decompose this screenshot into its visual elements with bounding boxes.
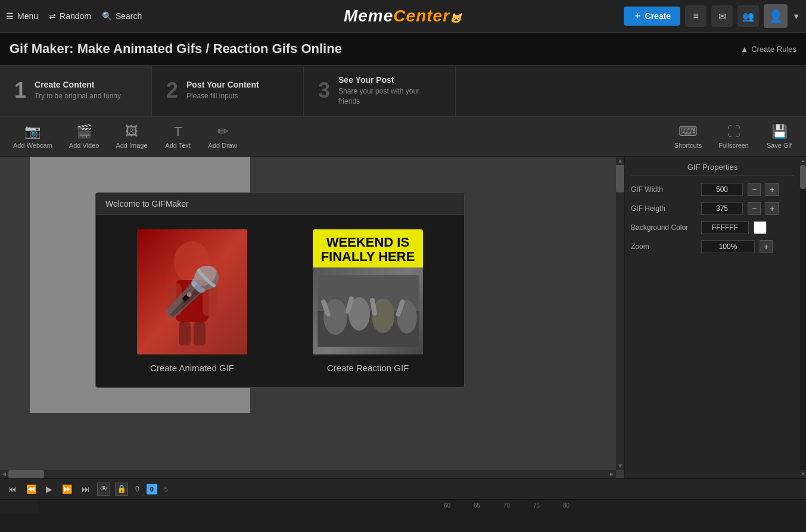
zoom-row: Zoom + <box>631 240 794 253</box>
step-3-info: See Your Post Share your post with your … <box>338 75 441 107</box>
create-reaction-gif-option[interactable]: WEEKEND IS FINALLY HERE <box>286 229 450 373</box>
bg-color-label: Background Color <box>631 223 696 232</box>
save-gif-button[interactable]: 💾 Save Gif <box>758 120 800 153</box>
menu-label: Menu <box>17 11 38 21</box>
scroll-up-arrow[interactable]: ▲ <box>616 157 624 165</box>
timeline-ruler-row: 60 65 70 75 80 <box>0 500 806 514</box>
create-button[interactable]: ＋ Create <box>624 7 681 26</box>
add-webcam-button[interactable]: 📷 Add Webcam <box>6 120 60 153</box>
svg-rect-2 <box>176 280 208 322</box>
add-draw-button[interactable]: ✏ Add Draw <box>201 120 244 153</box>
zoom-plus-button[interactable]: + <box>760 240 773 253</box>
search-button[interactable]: 🔍 Search <box>102 11 142 21</box>
timeline-skip-end-button[interactable]: ⏭ <box>79 483 92 495</box>
svg-rect-6 <box>194 322 206 346</box>
animated-gif-label: Create Animated GIF <box>150 363 234 373</box>
add-video-button[interactable]: 🎬 Add Video <box>62 120 107 153</box>
gif-height-input[interactable] <box>701 202 743 215</box>
mail-button[interactable]: ✉ <box>711 5 733 27</box>
canvas-scrollbar-vertical[interactable]: ▲ ▼ <box>616 157 624 470</box>
step-3-title: See Your Post <box>338 75 441 85</box>
timeline-play-button[interactable]: ▶ <box>43 483 55 495</box>
animated-gif-svg <box>137 229 247 354</box>
menu-lines-button[interactable]: ≡ <box>685 5 707 27</box>
timeline-position: 0 <box>135 485 139 493</box>
shortcuts-icon: ⌨ <box>679 124 698 139</box>
step-1[interactable]: 1 Create Content Try to be original and … <box>0 66 152 116</box>
nav-right: ＋ Create ≡ ✉ 👥 👤 ▼ <box>624 4 800 28</box>
step-2[interactable]: 2 Post Your Content Please fill inputs <box>152 66 304 116</box>
editor-toolbar: 📷 Add Webcam 🎬 Add Video 🖼 Add Image T A… <box>0 117 806 157</box>
reaction-gif-label: Create Reaction GIF <box>327 363 409 373</box>
timeline-end-marker: 5 <box>164 486 168 493</box>
timeline-rewind-button[interactable]: ⏪ <box>24 483 39 495</box>
user-avatar-button[interactable]: 👤 <box>764 4 788 28</box>
gif-width-plus-button[interactable]: + <box>765 183 779 196</box>
random-label: Random <box>60 11 91 21</box>
step-1-desc: Try to be original and funny <box>35 91 121 101</box>
gif-width-input[interactable] <box>701 183 743 196</box>
draw-icon: ✏ <box>217 124 228 139</box>
scroll-left-arrow[interactable]: ◄ <box>0 470 8 478</box>
step-2-info: Post Your Content Please fill inputs <box>186 80 259 101</box>
add-image-button[interactable]: 🖼 Add Image <box>108 120 154 153</box>
welcome-header: Welcome to GIFMaker <box>96 193 464 215</box>
canvas-scrollbar-thumb-h <box>8 470 44 478</box>
toolbar-right: ⌨ Shortcuts ⛶ Fullscreen 💾 Save Gif <box>667 120 800 153</box>
gif-width-label: GIF Width <box>631 185 696 194</box>
create-animated-gif-option[interactable]: Create Animated GIF <box>110 229 274 373</box>
timeline-lock-button[interactable]: 🔒 <box>115 483 128 496</box>
reaction-crowd-svg <box>318 275 419 347</box>
gif-width-minus-button[interactable]: − <box>748 183 761 196</box>
scroll-down-arrow[interactable]: ▼ <box>616 462 624 470</box>
step-2-desc: Please fill inputs <box>186 91 259 101</box>
warning-icon: ▲ <box>740 45 748 54</box>
timeline-area: ⏮ ⏪ ▶ ⏩ ⏭ 👁 🔒 0 0 5 60 65 70 75 80 <box>0 478 806 532</box>
svg-point-1 <box>174 241 210 283</box>
gif-height-label: GIF Heigth <box>631 204 696 213</box>
timeline-forward-button[interactable]: ⏩ <box>60 483 74 495</box>
steps-bar: 1 Create Content Try to be original and … <box>0 66 806 117</box>
logo-area: MemeCenter🐱 <box>344 7 462 26</box>
create-rules-label: Create Rules <box>751 45 796 54</box>
zoom-input[interactable] <box>701 240 755 253</box>
page-title: Gif Maker: Make Animated Gifs / Reaction… <box>10 41 342 57</box>
bg-color-swatch[interactable] <box>754 221 767 234</box>
panel-scroll-thumb <box>800 165 806 189</box>
users-button[interactable]: 👥 <box>737 5 759 27</box>
panel-scroll-up[interactable]: ▲ <box>800 157 806 165</box>
hamburger-icon: ☰ <box>6 11 14 21</box>
panel-scroll-down[interactable]: ▼ <box>800 470 806 478</box>
shortcuts-button[interactable]: ⌨ Shortcuts <box>667 120 709 153</box>
playhead-marker: 0 <box>147 484 157 494</box>
timeline-visibility-button[interactable]: 👁 <box>97 483 110 496</box>
gif-height-plus-button[interactable]: + <box>765 202 779 215</box>
ruler-mark-65: 65 <box>474 502 480 509</box>
right-panel-container: GIF Properties GIF Width − + GIF Heigth … <box>624 157 806 478</box>
ruler-mark-75: 75 <box>533 502 540 509</box>
bg-color-input[interactable] <box>701 221 749 234</box>
menu-button[interactable]: ☰ Menu <box>6 11 38 21</box>
ruler-mark-80: 80 <box>563 502 570 509</box>
scroll-right-arrow[interactable]: ► <box>608 470 616 478</box>
fullscreen-label: Fullscreen <box>718 142 749 149</box>
svg-rect-3 <box>167 283 182 316</box>
welcome-body: Create Animated GIF WEEKEND IS FINALLY H… <box>96 215 464 387</box>
fullscreen-button[interactable]: ⛶ Fullscreen <box>711 120 756 153</box>
create-rules-button[interactable]: ▲ Create Rules <box>740 45 796 54</box>
right-panel-scrollbar[interactable]: ▲ ▼ <box>800 157 806 478</box>
add-text-button[interactable]: T Add Text <box>157 120 199 153</box>
image-icon: 🖼 <box>125 124 138 139</box>
step-2-title: Post Your Content <box>186 80 259 89</box>
step-3[interactable]: 3 See Your Post Share your post with you… <box>304 66 456 116</box>
reaction-text: WEEKEND IS FINALLY HERE <box>313 229 423 267</box>
reaction-text-line2: FINALLY HERE <box>321 249 415 264</box>
site-logo[interactable]: MemeCenter🐱 <box>344 7 462 25</box>
canvas-scrollbar-horizontal[interactable]: ◄ ► <box>0 470 616 478</box>
gif-height-minus-button[interactable]: − <box>748 202 761 215</box>
timeline-skip-start-button[interactable]: ⏮ <box>6 483 19 495</box>
animated-gif-preview <box>137 229 247 354</box>
lines-icon: ≡ <box>693 11 698 21</box>
save-icon: 💾 <box>771 124 788 139</box>
random-button[interactable]: ⇄ Random <box>49 11 91 21</box>
